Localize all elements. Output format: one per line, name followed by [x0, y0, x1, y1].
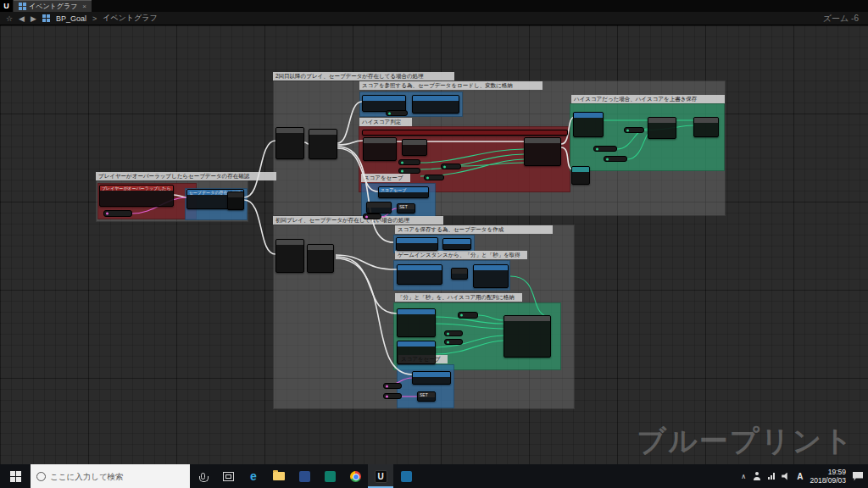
taskbar-clock[interactable]: 19:59 2018/09/03 — [810, 468, 846, 485]
tab-bar: U イベントグラフ × — [0, 0, 868, 12]
graph-toolbar: ☆ ◀ ▶ BP_Goal > イベントグラフ ズーム -6 — [0, 12, 868, 25]
blueprint-asset-icon — [42, 14, 50, 22]
taskbar-app-unreal[interactable]: U — [368, 464, 393, 488]
taskbar-app-2[interactable] — [317, 464, 342, 488]
action-center-icon[interactable] — [853, 472, 863, 481]
chrome-icon — [350, 471, 361, 482]
variable-pill-node[interactable] — [441, 164, 461, 169]
variable-pill-node[interactable] — [424, 175, 444, 180]
node-branch-left[interactable] — [227, 191, 244, 210]
search-circle-icon — [36, 472, 46, 481]
search-input[interactable] — [50, 472, 184, 481]
variable-pill-node[interactable] — [363, 214, 381, 219]
volume-icon[interactable] — [782, 473, 790, 480]
variable-pill-node[interactable] — [458, 312, 478, 319]
taskbar-app-1[interactable] — [292, 464, 317, 488]
variable-pill-node[interactable] — [383, 393, 402, 399]
blueprint-node[interactable] — [412, 95, 459, 114]
blueprint-node[interactable] — [366, 202, 392, 214]
blueprint-node[interactable] — [571, 166, 590, 185]
event-graph-canvas[interactable]: ブループリント プレイヤーがオーバーラップしたらセーブデータの存在確認2回目以降… — [0, 25, 868, 464]
blueprint-node[interactable] — [442, 238, 471, 250]
variable-pill-node[interactable] — [383, 383, 402, 389]
app-icon-1 — [299, 471, 310, 482]
people-icon[interactable] — [753, 472, 761, 480]
blueprint-node[interactable] — [397, 264, 442, 285]
blueprint-node[interactable] — [573, 112, 604, 137]
nodes-layer: プレイヤーがオーバーラップしたらセーブデータの存在を確認スコアセーブSETSET — [0, 25, 868, 464]
clock-date: 2018/09/03 — [810, 476, 846, 485]
task-view-icon — [223, 472, 234, 481]
zoom-indicator: ズーム -6 — [823, 13, 859, 25]
variable-pill-node[interactable] — [103, 210, 132, 217]
blueprint-node[interactable] — [363, 137, 397, 161]
blueprint-node[interactable] — [473, 264, 509, 288]
blueprint-node[interactable] — [396, 237, 438, 251]
clock-time: 19:59 — [828, 468, 846, 476]
blueprint-node[interactable] — [309, 129, 337, 159]
taskbar-search[interactable] — [31, 464, 190, 488]
tray-chevron-icon[interactable]: ∧ — [741, 473, 746, 480]
taskbar-app-3[interactable] — [393, 464, 419, 488]
taskbar-app-chrome[interactable] — [342, 464, 368, 488]
folder-icon — [273, 472, 285, 480]
tab-close-icon[interactable]: × — [82, 3, 86, 10]
back-arrow-icon[interactable]: ◀ — [19, 14, 25, 23]
blueprint-node[interactable] — [693, 117, 719, 137]
taskbar-app-file-explorer[interactable] — [266, 464, 292, 488]
blueprint-node[interactable] — [524, 137, 561, 166]
unreal-logo: U — [0, 0, 14, 12]
blueprint-node[interactable] — [362, 95, 406, 112]
breadcrumb-current[interactable]: イベントグラフ — [103, 13, 157, 24]
variable-pill-node[interactable] — [624, 127, 644, 133]
unreal-logo-glyph: U — [3, 2, 9, 10]
breadcrumb-root[interactable]: BP_Goal — [56, 14, 86, 23]
unreal-editor-window: U イベントグラフ × ☆ ◀ ▶ BP_Goal > イベントグラフ ズーム … — [0, 0, 868, 488]
tab-event-graph[interactable]: イベントグラフ × — [14, 0, 92, 12]
blueprint-node[interactable] — [648, 117, 676, 139]
breadcrumb-separator: > — [92, 14, 97, 23]
unreal-app-icon: U — [375, 470, 387, 483]
blueprint-node[interactable] — [275, 127, 304, 159]
forward-arrow-icon[interactable]: ▶ — [31, 14, 36, 23]
variable-pill-node[interactable] — [386, 110, 408, 116]
favorite-star-icon[interactable]: ☆ — [6, 14, 13, 23]
blueprint-node[interactable] — [397, 341, 436, 364]
edge-icon: e — [250, 470, 257, 482]
variable-pill-node[interactable] — [398, 168, 420, 174]
app-icon-3 — [401, 471, 412, 482]
blueprint-node[interactable] — [451, 268, 468, 280]
node-score-save-bottom[interactable] — [412, 371, 451, 385]
network-icon[interactable] — [768, 473, 775, 480]
variable-pill-node[interactable] — [444, 339, 463, 345]
blueprint-node[interactable] — [307, 244, 334, 273]
variable-pill-node[interactable] — [444, 330, 463, 336]
task-view-button[interactable] — [215, 464, 241, 488]
mic-button[interactable] — [190, 464, 215, 488]
node-set-top[interactable]: SET — [397, 203, 415, 214]
microphone-icon — [201, 473, 205, 480]
windows-logo-icon — [10, 471, 21, 482]
blueprint-node[interactable] — [397, 308, 436, 337]
variable-pill-node[interactable] — [593, 146, 617, 152]
taskbar-app-edge[interactable]: e — [241, 464, 266, 488]
node-highscore-bar[interactable] — [362, 130, 568, 136]
blueprint-icon — [19, 3, 26, 10]
variable-pill-node[interactable] — [398, 159, 420, 165]
variable-pill-node[interactable] — [604, 156, 627, 162]
tab-label: イベントグラフ — [29, 2, 77, 11]
node-score-save-top[interactable]: スコアセーブ — [378, 186, 429, 198]
blueprint-node[interactable] — [402, 139, 427, 156]
system-tray: ∧ A 19:59 2018/09/03 — [741, 468, 868, 485]
blueprint-node[interactable] — [504, 315, 551, 358]
node-player-overlap-event[interactable]: プレイヤーがオーバーラップしたら — [99, 185, 174, 207]
node-set-bottom[interactable]: SET — [417, 391, 436, 402]
blueprint-node[interactable] — [275, 239, 304, 273]
ime-indicator[interactable]: A — [797, 472, 803, 481]
start-button[interactable] — [0, 464, 31, 488]
windows-taskbar: e U ∧ A 19:59 2018/09/03 — [0, 464, 868, 488]
app-icon-2 — [325, 471, 336, 482]
